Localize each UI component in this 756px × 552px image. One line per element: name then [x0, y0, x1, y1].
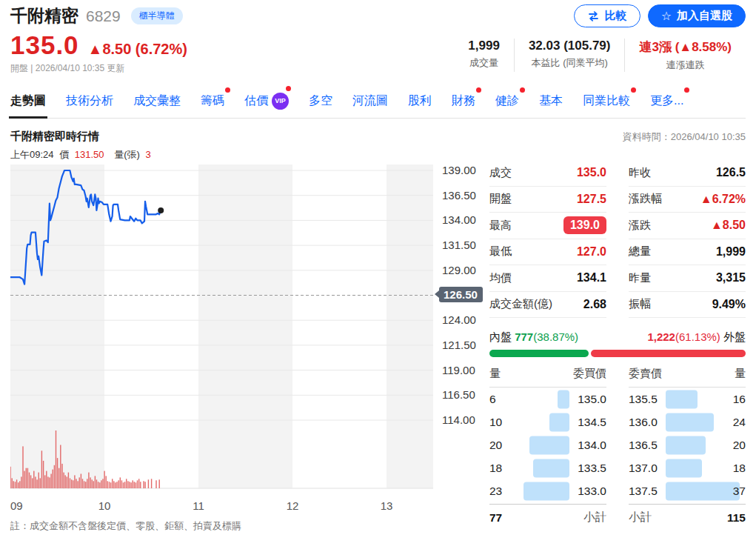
quote-value: 127.0: [577, 245, 606, 259]
quote-row-right-4: 昨量3,315: [629, 265, 746, 292]
tab-更多...[interactable]: 更多...: [650, 84, 683, 118]
ask-column: 135.516136.024136.520137.018137.537: [629, 388, 746, 502]
quote-value: ▲6.72%: [700, 193, 746, 206]
notification-dot-icon: [476, 87, 481, 93]
bid-volume-bar: [533, 459, 569, 477]
inner-volume: 內盤 777(38.87%): [489, 330, 578, 345]
bid-volume-bar: [529, 436, 569, 454]
tab-走勢圖[interactable]: 走勢圖: [10, 84, 46, 118]
inner-outer-bar: [489, 350, 746, 357]
crosshair-readout: 上午09:24 價 131.50 量(張) 3: [10, 148, 489, 163]
tab-label: 財務: [452, 93, 475, 109]
tab-技術分析[interactable]: 技術分析: [66, 84, 113, 118]
ask-row-0[interactable]: 135.516: [629, 388, 746, 410]
quote-label: 均價: [489, 271, 512, 285]
tab-財務[interactable]: 財務: [452, 84, 475, 118]
quote-row-left-4: 均價134.1: [489, 265, 606, 292]
quote-row-left-3: 最低127.0: [489, 239, 606, 266]
ask-row-1[interactable]: 136.024: [629, 410, 746, 433]
quote-value: ▲8.50: [711, 219, 746, 232]
inner-outer-section: 內盤 777(38.87%) 1,222(61.13%) 外盤: [489, 330, 746, 357]
quote-label: 昨收: [629, 166, 651, 180]
quote-value: 126.5: [716, 166, 746, 179]
stat-value: 32.03 (105.79): [529, 39, 611, 53]
ask-price: 135.5: [629, 393, 658, 406]
ask-volume: 20: [733, 439, 746, 452]
tab-基本[interactable]: 基本: [539, 84, 563, 118]
ask-volume: 18: [733, 462, 746, 475]
tab-健診[interactable]: 健診: [495, 84, 519, 118]
y-axis-label: 136.50: [442, 189, 476, 202]
bid-volume: 10: [489, 416, 502, 429]
ask-row-4[interactable]: 137.537: [629, 479, 746, 502]
outer-label: 外盤: [723, 330, 746, 343]
add-watchlist-label: 加入自選股: [677, 9, 732, 23]
tab-label: 技術分析: [66, 93, 113, 109]
tab-股利[interactable]: 股利: [408, 84, 432, 118]
industry-tag[interactable]: 櫃半導體: [131, 7, 183, 24]
ask-row-2[interactable]: 136.520: [629, 433, 746, 456]
y-axis-label: 116.50: [442, 388, 475, 401]
crosshair-price: 131.50: [75, 149, 104, 160]
ask-volume-bar: [666, 459, 702, 477]
update-time: 開盤 | 2026/04/10 10:35 更新: [10, 62, 187, 75]
quote-value: 135.0: [577, 166, 606, 179]
bid-row-2[interactable]: 20134.0: [489, 433, 606, 456]
x-axis-label: 11: [193, 499, 204, 512]
outer-value: 1,222: [647, 330, 675, 343]
bid-volume-bar: [549, 413, 569, 431]
bid-row-0[interactable]: 6135.0: [489, 388, 606, 410]
add-watchlist-button[interactable]: ☆ 加入自選股: [648, 4, 746, 27]
tab-多空[interactable]: 多空: [309, 84, 332, 118]
notification-dot-icon: [286, 86, 291, 91]
quote-row-left-5: 成交金額(億)2.68: [489, 292, 606, 319]
tab-label: 更多...: [650, 93, 683, 109]
ask-row-3[interactable]: 137.018: [629, 456, 746, 479]
y-axis-label: 119.00: [442, 364, 475, 376]
tab-label: 健診: [495, 93, 519, 109]
tab-label: 走勢圖: [10, 93, 46, 109]
key-stats: 1,999成交量32.03 (105.79)本益比 (同業平均)連3漲 (▲8.…: [454, 39, 746, 72]
quote-label: 振幅: [629, 297, 651, 311]
tab-label: 同業比較: [583, 93, 630, 109]
quote-panel: 成交135.0開盤127.5最高139.0最低127.0均價134.1成交金額(…: [489, 148, 746, 533]
crosshair-time: 上午09:24: [10, 149, 54, 160]
tab-同業比較[interactable]: 同業比較: [583, 84, 630, 118]
intraday-chart[interactable]: [10, 164, 433, 496]
compare-label: 比較: [605, 9, 627, 23]
ask-subtotal-row: 小計 115: [629, 504, 746, 531]
quote-row-right-5: 振幅9.49%: [629, 292, 746, 319]
quote-value: 1,999: [716, 245, 746, 259]
quote-label: 成交: [489, 166, 512, 180]
quote-value: 139.0: [563, 216, 606, 234]
stock-name: 千附精密: [10, 4, 78, 27]
bid-row-3[interactable]: 18133.5: [489, 456, 606, 479]
stat-cell-1: 32.03 (105.79)本益比 (同業平均): [514, 39, 625, 72]
data-timestamp: 資料時間：2026/04/10 10:35: [623, 130, 746, 144]
quote-row-left-0: 成交135.0: [489, 160, 606, 187]
ask-price: 137.0: [629, 462, 658, 475]
quote-label: 昨量: [629, 271, 651, 285]
outer-pct: (61.13%): [675, 330, 720, 343]
star-icon: ☆: [661, 9, 672, 23]
notification-dot-icon: [631, 87, 636, 93]
stat-value: 1,999: [468, 39, 500, 53]
bid-row-4[interactable]: 23133.0: [489, 479, 606, 502]
bid-row-1[interactable]: 10134.5: [489, 410, 606, 433]
quote-value: 127.5: [577, 193, 606, 206]
stat-label: 成交量: [468, 56, 500, 70]
crosshair-vol-label: 量(張): [114, 149, 140, 160]
x-axis-label: 12: [287, 499, 299, 512]
ask-volume: 37: [733, 485, 746, 498]
tab-河流圖[interactable]: 河流圖: [352, 84, 388, 118]
tab-籌碼[interactable]: 籌碼: [201, 84, 224, 118]
compare-button[interactable]: 比較: [574, 4, 640, 27]
prev-close-axis-badge: 126.50: [439, 287, 483, 302]
ask-volume-bar: [666, 390, 698, 408]
crosshair-price-label: 價: [59, 149, 69, 160]
tab-成交彙整[interactable]: 成交彙整: [133, 84, 181, 118]
tab-估價[interactable]: 估價VIP: [244, 84, 289, 118]
quote-label: 開盤: [489, 192, 512, 206]
compare-icon: [587, 11, 600, 21]
quote-label: 成交金額(億): [489, 297, 552, 311]
